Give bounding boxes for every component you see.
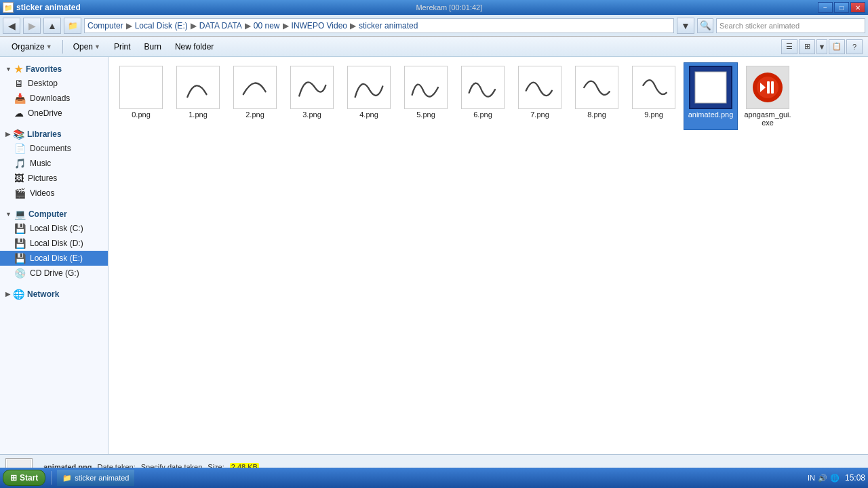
address-dropdown-button[interactable]: ▼ <box>677 18 694 34</box>
maximize-button[interactable]: □ <box>834 2 849 13</box>
disk-e-label: Local Disk (E:) <box>30 253 83 263</box>
file-item-0[interactable]: 0.png <box>114 62 168 130</box>
downloads-label: Downloads <box>30 94 70 103</box>
sidebar-item-documents[interactable]: 📄 Documents <box>0 141 108 156</box>
sidebar-item-music[interactable]: 🎵 Music <box>0 156 108 171</box>
file-label-animated: animated.png <box>688 110 734 119</box>
forward-button[interactable]: ▶ <box>23 18 41 34</box>
sidebar-item-pictures[interactable]: 🖼 Pictures <box>0 171 108 186</box>
file-item-animated[interactable]: animated.png <box>684 62 738 130</box>
view-options-button[interactable]: ☰ <box>781 39 797 54</box>
content-area: 0.png 1.png 2.png <box>108 57 868 454</box>
sidebar-item-local-disk-d[interactable]: 💾 Local Disk (D:) <box>0 236 108 251</box>
view-more-button[interactable]: ▼ <box>816 39 827 54</box>
file-label-7: 7.png <box>530 110 549 119</box>
sidebar-item-videos[interactable]: 🎬 Videos <box>0 186 108 201</box>
file-icon-0 <box>119 66 163 109</box>
file-grid: 0.png 1.png 2.png <box>114 62 863 130</box>
file-label-1: 1.png <box>189 110 208 119</box>
file-label-0: 0.png <box>132 110 151 119</box>
favorites-header[interactable]: ▼ ★ Favorites <box>0 62 108 76</box>
view-controls: ☰ ⊞ ▼ 📋 ? <box>781 39 863 54</box>
taskbar-window-item[interactable]: 📁 sticker animated <box>57 470 134 486</box>
up-button[interactable]: ▲ <box>43 18 61 34</box>
burn-button[interactable]: Burn <box>138 39 167 55</box>
onedrive-label: OneDrive <box>28 108 62 118</box>
file-label-6: 6.png <box>473 110 492 119</box>
sidebar-section-computer: ▼ 💻 Computer 💾 Local Disk (C:) 💾 Local D… <box>0 207 108 281</box>
favorites-triangle: ▼ <box>5 66 12 73</box>
sidebar-item-downloads[interactable]: 📥 Downloads <box>0 91 108 106</box>
pictures-label: Pictures <box>28 174 57 183</box>
folder-icon-btn[interactable]: 📁 <box>64 18 81 34</box>
sidebar-item-onedrive[interactable]: ☁ OneDrive <box>0 106 108 121</box>
breadcrumb: Computer ▶ Local Disk (E:) ▶ DATA DATA ▶… <box>87 21 418 30</box>
sidebar-item-local-disk-e[interactable]: 💾 Local Disk (E:) <box>0 251 108 266</box>
cd-drive-icon: 💿 <box>14 268 26 279</box>
file-label-9: 9.png <box>644 110 663 119</box>
disk-c-icon: 💾 <box>14 223 26 234</box>
start-button[interactable]: ⊞ Start <box>3 470 45 486</box>
sidebar-item-desktop[interactable]: 🖥 Desktop <box>0 76 108 91</box>
favorites-star-icon: ★ <box>14 64 23 75</box>
disk-d-label: Local Disk (D:) <box>30 239 83 248</box>
computer-header[interactable]: ▼ 💻 Computer <box>0 207 108 221</box>
file-label-2: 2.png <box>245 110 264 119</box>
file-item-9[interactable]: 9.png <box>627 62 681 130</box>
toolbar-separator-1 <box>62 40 63 54</box>
file-label-5: 5.png <box>416 110 435 119</box>
file-item-7[interactable]: 7.png <box>513 62 567 130</box>
search-box[interactable]: Search sticker animated <box>716 18 865 33</box>
computer-triangle: ▼ <box>5 211 12 218</box>
breadcrumb-localdisk-e[interactable]: Local Disk (E:) <box>135 21 188 30</box>
network-header[interactable]: ▶ 🌐 Network <box>0 287 108 301</box>
libraries-header[interactable]: ▶ 📚 Libraries <box>0 127 108 141</box>
start-label: Start <box>20 473 38 483</box>
sidebar-item-local-disk-c[interactable]: 💾 Local Disk (C:) <box>0 221 108 236</box>
toolbar: Organize ▼ Open ▼ Print Burn New folder … <box>0 37 868 57</box>
close-button[interactable]: ✕ <box>850 2 865 13</box>
breadcrumb-sticker[interactable]: sticker animated <box>359 21 418 30</box>
breadcrumb-computer[interactable]: Computer <box>87 21 123 30</box>
file-label-8: 8.png <box>587 110 606 119</box>
back-button[interactable]: ◀ <box>3 18 20 34</box>
file-item-3[interactable]: 3.png <box>285 62 339 130</box>
disk-e-icon: 💾 <box>14 253 26 264</box>
file-item-4[interactable]: 4.png <box>342 62 396 130</box>
onedrive-icon: ☁ <box>14 108 24 119</box>
file-item-1[interactable]: 1.png <box>171 62 225 130</box>
open-arrow: ▼ <box>94 43 100 50</box>
network-triangle: ▶ <box>5 291 10 298</box>
tray-icons: IN 🔊 🌐 <box>808 474 840 483</box>
sidebar-item-cd-drive[interactable]: 💿 CD Drive (G:) <box>0 266 108 281</box>
preview-button[interactable]: 📋 <box>829 39 845 54</box>
breadcrumb-datadata[interactable]: DATA DATA <box>199 21 242 30</box>
address-input[interactable]: Computer ▶ Local Disk (E:) ▶ DATA DATA ▶… <box>84 18 674 33</box>
disk-c-label: Local Disk (C:) <box>30 224 83 233</box>
window-controls[interactable]: − □ ✕ <box>818 2 865 13</box>
file-icon-1 <box>176 66 220 109</box>
file-icon-3 <box>290 66 334 109</box>
file-item-5[interactable]: 5.png <box>399 62 453 130</box>
file-item-exe[interactable]: apngasm_gui.exe <box>741 62 795 130</box>
new-folder-button[interactable]: New folder <box>169 39 220 55</box>
pictures-icon: 🖼 <box>14 173 24 184</box>
file-item-8[interactable]: 8.png <box>570 62 624 130</box>
search-go-button[interactable]: 🔍 <box>697 18 713 33</box>
view-type-button[interactable]: ⊞ <box>799 39 815 54</box>
svg-rect-3 <box>767 81 770 94</box>
taskbar-tray: IN 🔊 🌐 15:08 <box>808 473 865 483</box>
help-button[interactable]: ? <box>846 39 863 54</box>
breadcrumb-inwepo[interactable]: INWEPO Video <box>292 21 347 30</box>
organize-button[interactable]: Organize ▼ <box>5 39 58 55</box>
open-button[interactable]: Open ▼ <box>67 39 106 55</box>
file-item-6[interactable]: 6.png <box>456 62 510 130</box>
search-text: Search sticker animated <box>719 22 800 30</box>
title-bar-left: 📁 sticker animated <box>3 2 81 13</box>
breadcrumb-00new[interactable]: 00 new <box>254 21 280 30</box>
minimize-button[interactable]: − <box>818 2 833 13</box>
documents-icon: 📄 <box>14 143 26 154</box>
print-button[interactable]: Print <box>108 39 137 55</box>
file-item-2[interactable]: 2.png <box>228 62 282 130</box>
app-icon: 📁 <box>3 2 14 13</box>
